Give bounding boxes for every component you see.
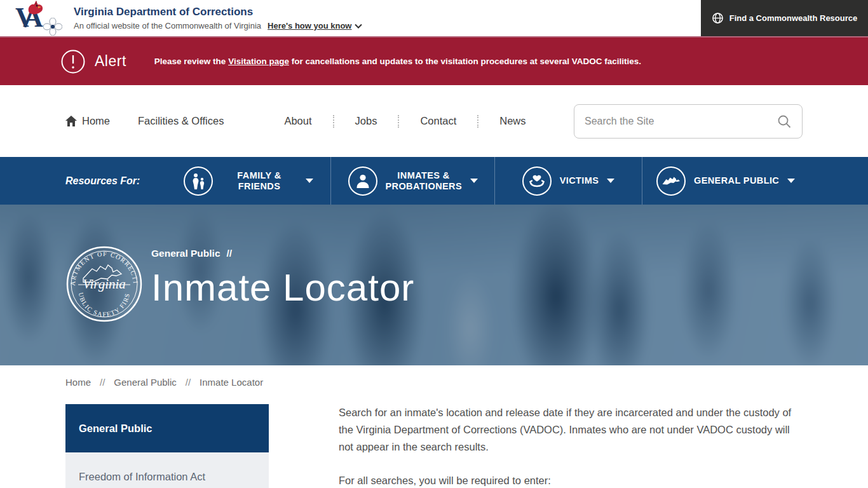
resources-general-public-menu[interactable]: GENERAL PUBLIC <box>642 157 832 205</box>
virginia-state-icon <box>661 175 681 187</box>
chevron-down-icon <box>607 179 614 183</box>
nav-item-home[interactable]: Home <box>65 115 110 127</box>
breadcrumb-general-public[interactable]: General Public <box>114 377 176 388</box>
search-requirements-intro: For all searches, you will be required t… <box>339 472 796 488</box>
header-text-block: Virginia Department of Corrections An of… <box>74 6 362 30</box>
sidebar-item-foia[interactable]: Freedom of Information Act <box>65 452 269 488</box>
nav-item-jobs[interactable]: Jobs <box>355 115 377 127</box>
find-commonwealth-resource-button[interactable]: Find a Commonwealth Resource <box>701 0 868 36</box>
breadcrumb-current-page: Inmate Locator <box>200 377 263 388</box>
site-search <box>574 104 803 139</box>
resources-for-bar: Resources For: FAMILY & FRIENDS INMATES … <box>0 157 868 205</box>
hero-category-separator: // <box>227 248 233 259</box>
victims-heart-hands-icon <box>529 173 545 189</box>
official-site-text: An official website of the Commonwealth … <box>74 21 261 30</box>
seal-virginia-text: Virginia <box>83 276 126 292</box>
resource-button-label: Find a Commonwealth Resource <box>729 13 858 23</box>
page-content: General Public Freedom of Information Ac… <box>0 395 868 488</box>
chevron-down-icon <box>355 24 362 29</box>
alert-banner: Alert Please review the Visitation page … <box>0 36 868 85</box>
resources-family-friends-label: FAMILY & FRIENDS <box>221 170 297 192</box>
hero-category[interactable]: General Public <box>151 248 220 259</box>
nav-divider <box>477 115 478 128</box>
nav-item-about[interactable]: About <box>284 115 311 127</box>
nav-divider <box>398 115 399 128</box>
resources-family-friends-menu[interactable]: FAMILY & FRIENDS <box>166 157 330 205</box>
breadcrumb: Home // General Public // Inmate Locator <box>0 365 868 395</box>
globe-icon <box>712 12 724 24</box>
nav-item-news[interactable]: News <box>499 115 526 127</box>
sidebar-item-general-public[interactable]: General Public <box>65 404 269 452</box>
nav-item-contact[interactable]: Contact <box>420 115 456 127</box>
hero-banner: DEPARTMENT OF CORRECTIONS PUBLIC SAFETY … <box>0 205 868 365</box>
vadoc-logo[interactable]: VA <box>10 0 65 36</box>
site-title: Virginia Department of Corrections <box>74 6 362 18</box>
chevron-down-icon <box>787 179 795 183</box>
nav-divider <box>333 115 334 128</box>
alert-label: Alert <box>95 53 126 70</box>
search-input[interactable] <box>585 116 776 127</box>
cardinal-icon <box>25 0 47 18</box>
chevron-down-icon <box>470 179 478 183</box>
home-icon <box>65 116 77 126</box>
chevron-down-icon <box>306 179 313 183</box>
resources-victims-menu[interactable]: VICTIMS <box>494 157 642 205</box>
dogwood-flower-icon <box>43 18 62 36</box>
page-title: Inmate Locator <box>151 266 414 309</box>
inmate-icon <box>355 173 371 189</box>
heres-how-you-know-link[interactable]: Here's how you know <box>268 21 362 30</box>
resources-general-public-label: GENERAL PUBLIC <box>694 175 779 186</box>
family-icon <box>190 172 207 190</box>
nav-item-facilities-offices[interactable]: Facilities & Offices <box>138 115 224 127</box>
intro-paragraph: Search for an inmate's location and rele… <box>339 404 796 456</box>
search-icon[interactable] <box>776 114 792 129</box>
visitation-page-link[interactable]: Visitation page <box>228 57 289 66</box>
vadoc-seal: DEPARTMENT OF CORRECTIONS PUBLIC SAFETY … <box>65 245 143 323</box>
resources-inmates-probationers-label: INMATES & PROBATIONERS <box>386 170 462 192</box>
alert-exclamation-icon <box>60 49 86 74</box>
section-sidebar: General Public Freedom of Information Ac… <box>65 404 269 488</box>
main-navigation: Home Facilities & Offices About Jobs Con… <box>0 85 868 157</box>
site-header: VA Virginia Department of Corrections An… <box>0 0 868 36</box>
breadcrumb-home[interactable]: Home <box>65 377 91 388</box>
alert-message: Please review the Visitation page for ca… <box>154 57 641 66</box>
resources-victims-label: VICTIMS <box>560 175 599 186</box>
resources-inmates-probationers-menu[interactable]: INMATES & PROBATIONERS <box>330 157 494 205</box>
resources-for-label: Resources For: <box>0 157 166 205</box>
main-content: Search for an inmate's location and rele… <box>339 404 796 488</box>
